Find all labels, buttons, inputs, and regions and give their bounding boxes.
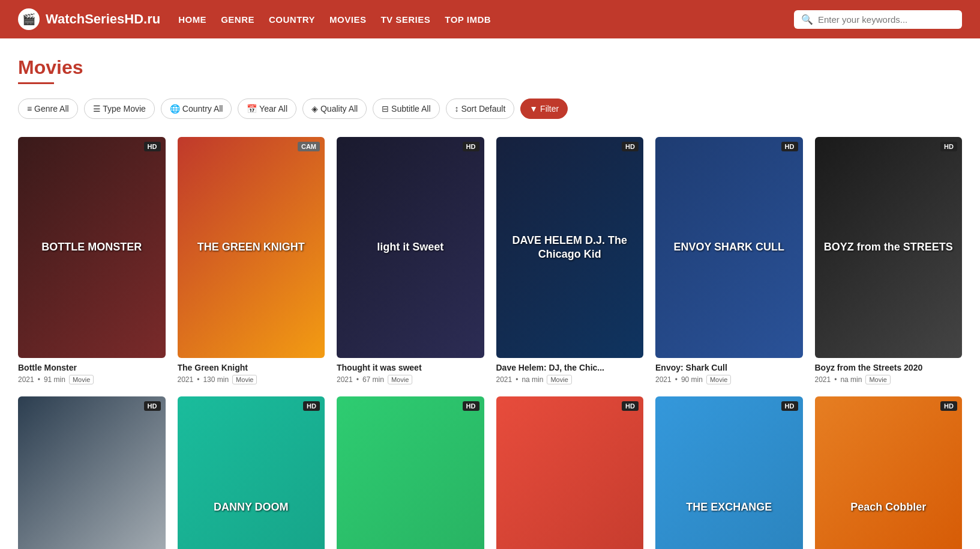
movie-separator: • (675, 375, 678, 384)
poster-title: DANNY DOOM (214, 500, 289, 514)
movie-poster: THE GREEN KNIGHT CAM (178, 137, 325, 358)
poster-title: BOYZ from the STREETS (824, 240, 953, 254)
movie-poster: light it Sweet HD (337, 137, 484, 358)
movie-duration: 90 min (681, 375, 703, 384)
movie-separator: • (356, 375, 359, 384)
quality-badge: HD (463, 401, 479, 411)
movie-type-badge: Movie (547, 375, 571, 384)
logo-icon: 🎬 (18, 8, 40, 30)
quality-badge: HD (940, 401, 957, 411)
movie-title: Envoy: Shark Cull (655, 363, 803, 372)
movie-card[interactable]: BOYZ from the STREETS HD Boyz from the S… (815, 137, 963, 384)
movie-separator: • (516, 375, 518, 384)
poster-overlay: light it Sweet (337, 137, 484, 358)
nav-home[interactable]: HOME (178, 14, 206, 25)
movie-title: The Green Knight (178, 363, 325, 372)
movie-year: 2021 (496, 375, 513, 384)
poster-title: THE EXCHANGE (686, 500, 772, 514)
main-nav: HOMEGENRECOUNTRYMOVIESTV SERIESTOP IMDB (178, 14, 776, 25)
movie-year: 2021 (178, 375, 194, 384)
poster-title: Peach Cobbler (850, 500, 926, 514)
movie-separator: • (834, 375, 837, 384)
movie-separator: • (38, 375, 40, 384)
main-content: Movies ≡ Genre All☰ Type Movie🌐 Country … (0, 38, 980, 549)
nav-tv-series[interactable]: TV SERIES (380, 14, 430, 25)
poster-overlay: THE EXCHANGE (655, 396, 803, 549)
movies-grid: BOTTLE MONSTER HD Bottle Monster 2021 • … (18, 137, 962, 549)
filter-quality-all[interactable]: ◈ Quality All (302, 99, 367, 119)
quality-badge: HD (144, 142, 161, 151)
movie-meta: 2021 • 130 min Movie (178, 375, 325, 384)
movie-title: Boyz from the Streets 2020 (815, 363, 963, 372)
filter-genre-all[interactable]: ≡ Genre All (18, 99, 78, 119)
movie-duration: na min (522, 375, 543, 384)
poster-title: DAVE HELEM D.J. The Chicago Kid (502, 234, 638, 262)
logo[interactable]: 🎬 WatchSeriesHD.ru (18, 8, 160, 30)
movie-type-badge: Movie (706, 375, 731, 384)
movie-duration: na min (840, 375, 862, 384)
title-underline (18, 82, 54, 84)
movie-poster: BOTTLE MONSTER HD (18, 137, 166, 358)
filter-country-all[interactable]: 🌐 Country All (161, 99, 232, 119)
nav-country[interactable]: COUNTRY (269, 14, 315, 25)
movie-poster: HD (337, 396, 484, 549)
filter-sort-default[interactable]: ↕ Sort Default (446, 99, 515, 119)
movie-title: Dave Helem: DJ, the Chic... (496, 363, 644, 372)
movie-poster: HD (18, 396, 166, 549)
movie-card[interactable]: DANNY DOOM HD Danny Doom 2021 • na min M… (178, 396, 325, 549)
poster-overlay: DAVE HELEM D.J. The Chicago Kid (496, 137, 644, 358)
movie-title: Bottle Monster (18, 363, 166, 372)
movie-card[interactable]: BOTTLE MONSTER HD Bottle Monster 2021 • … (18, 137, 166, 384)
quality-badge: HD (303, 401, 320, 411)
movie-type-badge: Movie (865, 375, 890, 384)
movie-card[interactable]: Peach Cobbler HD Peach Cobbler 2021 • na… (815, 396, 963, 549)
filter-year-all[interactable]: 📅 Year All (238, 99, 296, 119)
poster-overlay (496, 396, 644, 549)
nav-genre[interactable]: GENRE (221, 14, 254, 25)
poster-overlay: DANNY DOOM (178, 396, 325, 549)
quality-badge: HD (144, 401, 161, 411)
movie-card[interactable]: DAVE HELEM D.J. The Chicago Kid HD Dave … (496, 137, 644, 384)
movie-meta: 2021 • 90 min Movie (655, 375, 803, 384)
movie-type-badge: Movie (232, 375, 257, 384)
movie-card[interactable]: light it Sweet HD Thought it was sweet 2… (337, 137, 484, 384)
search-box: 🔍 (794, 10, 962, 29)
movie-card[interactable]: HD Movie 7 2021 • na min Movie (18, 396, 166, 549)
movie-card[interactable]: THE EXCHANGE HD The Exchange 2021 • na m… (655, 396, 803, 549)
movie-meta: 2021 • 67 min Movie (337, 375, 484, 384)
movie-poster: ENVOY SHARK CULL HD (655, 137, 803, 358)
movie-card[interactable]: HD Movie 9 2021 • na min Movie (337, 396, 484, 549)
movie-duration: 67 min (362, 375, 384, 384)
movie-meta: 2021 • na min Movie (496, 375, 644, 384)
poster-overlay (337, 396, 484, 549)
poster-overlay: Peach Cobbler (815, 396, 963, 549)
quality-badge: HD (940, 142, 957, 151)
movie-card[interactable]: ENVOY SHARK CULL HD Envoy: Shark Cull 20… (655, 137, 803, 384)
movie-card[interactable]: HD Movie 10 2021 • na min Movie (496, 396, 644, 549)
movie-poster: THE EXCHANGE HD (655, 396, 803, 549)
nav-movies[interactable]: MOVIES (329, 14, 366, 25)
quality-badge: HD (622, 401, 639, 411)
nav-top-imdb[interactable]: TOP IMDB (445, 14, 491, 25)
page-title: Movies (18, 56, 962, 79)
logo-text: WatchSeriesHD.ru (46, 11, 160, 27)
poster-overlay: BOTTLE MONSTER (18, 137, 166, 358)
poster-overlay: ENVOY SHARK CULL (655, 137, 803, 358)
movie-meta: 2021 • na min Movie (815, 375, 963, 384)
movie-poster: HD (496, 396, 644, 549)
filter-subtitle-all[interactable]: ⊟ Subtitle All (373, 99, 439, 119)
poster-overlay: THE GREEN KNIGHT (178, 137, 325, 358)
poster-title: ENVOY SHARK CULL (673, 240, 784, 254)
movie-poster: DANNY DOOM HD (178, 396, 325, 549)
movie-duration: 130 min (203, 375, 229, 384)
filter-type-movie[interactable]: ☰ Type Movie (84, 99, 155, 119)
movie-year: 2021 (18, 375, 34, 384)
poster-title: light it Sweet (377, 240, 443, 254)
quality-badge: HD (781, 142, 798, 151)
movie-year: 2021 (655, 375, 672, 384)
filter-filter-btn[interactable]: ▼ Filter (520, 99, 568, 119)
search-input[interactable] (818, 14, 955, 25)
movie-card[interactable]: THE GREEN KNIGHT CAM The Green Knight 20… (178, 137, 325, 384)
quality-badge: HD (622, 142, 639, 151)
quality-badge: CAM (298, 142, 320, 151)
